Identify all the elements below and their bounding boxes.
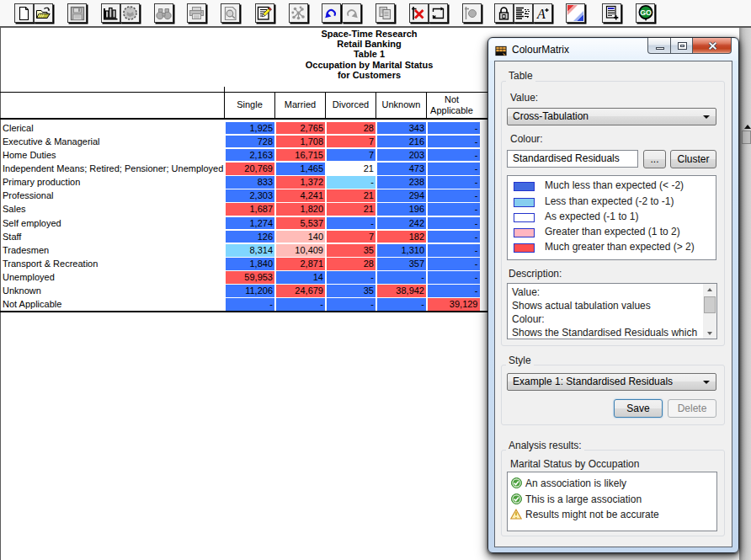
svg-text:A: A: [536, 7, 546, 21]
svg-text:GO: GO: [640, 8, 652, 17]
